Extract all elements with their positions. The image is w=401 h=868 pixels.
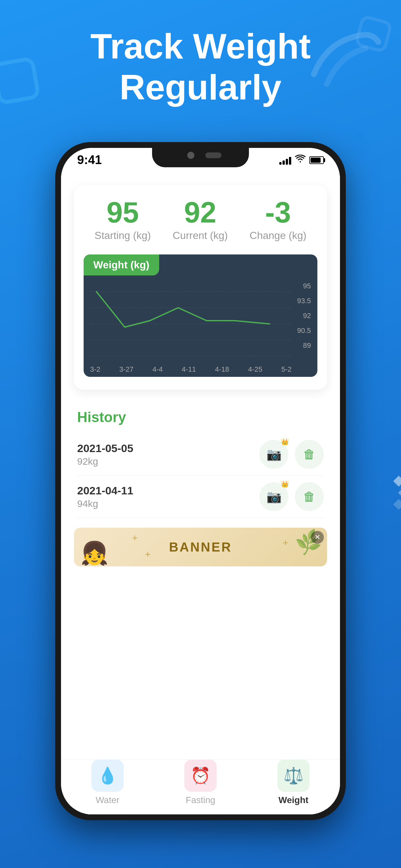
status-time: 9:41 — [77, 153, 102, 167]
camera-icon-2: 📷 — [266, 490, 281, 504]
tab-fasting[interactable]: ⏰ Fasting — [184, 760, 217, 805]
trash-icon-2: 🗑 — [303, 490, 315, 504]
history-item-1: 2021-05-05 92kg 👑 📷 🗑 — [77, 433, 324, 476]
fasting-tab-icon: ⏰ — [184, 760, 217, 792]
starting-label: Starting (kg) — [95, 229, 151, 242]
tab-fasting-label: Fasting — [186, 795, 215, 805]
photo-button-1[interactable]: 👑 📷 — [259, 440, 288, 469]
history-actions-2: 👑 📷 🗑 — [259, 482, 324, 511]
stats-row: 95 Starting (kg) 92 Current (kg) -3 Chan… — [84, 198, 317, 242]
weight-chart-svg — [90, 282, 291, 363]
history-date-1: 2021-05-05 — [77, 442, 133, 455]
tab-water[interactable]: 💧 Water — [91, 760, 124, 805]
current-value: 92 — [173, 198, 228, 227]
banner-text: BANNER — [169, 540, 232, 554]
signal-icon — [279, 156, 291, 165]
history-actions-1: 👑 📷 🗑 — [259, 440, 324, 469]
hero-title: Track Weight Regularly — [19, 26, 382, 107]
weight-tab-icon: ⚖️ — [277, 760, 310, 792]
phone-notch — [152, 148, 249, 167]
diamond-decoration — [395, 477, 401, 508]
stat-current: 92 Current (kg) — [173, 198, 228, 242]
tab-weight[interactable]: ⚖️ Weight — [277, 760, 310, 805]
tab-water-label: Water — [96, 795, 120, 805]
history-title: History — [77, 409, 324, 425]
battery-icon — [309, 156, 324, 164]
banner-close-button[interactable]: ✕ — [311, 531, 324, 544]
crown-icon-2: 👑 — [281, 480, 289, 488]
delete-button-1[interactable]: 🗑 — [295, 440, 324, 469]
stat-starting: 95 Starting (kg) — [95, 198, 151, 242]
current-label: Current (kg) — [173, 229, 228, 242]
wifi-icon — [295, 155, 305, 165]
water-icon: 💧 — [97, 766, 118, 785]
starting-value: 95 — [95, 198, 151, 227]
camera-icon-1: 📷 — [266, 447, 281, 461]
fasting-icon: ⏰ — [190, 766, 211, 785]
chart-header: Weight (kg) — [84, 254, 159, 275]
tab-bar: 💧 Water ⏰ Fasting ⚖️ Weigh — [61, 760, 340, 814]
chart-title: Weight (kg) — [93, 259, 150, 271]
delete-button-2[interactable]: 🗑 — [295, 482, 324, 511]
history-weight-1: 92kg — [77, 456, 133, 467]
stats-card: 95 Starting (kg) 92 Current (kg) -3 Chan… — [74, 185, 327, 390]
stat-change: -3 Change (kg) — [250, 198, 306, 242]
hero-section: Track Weight Regularly — [0, 26, 401, 107]
tab-weight-label: Weight — [279, 795, 309, 805]
weight-icon: ⚖️ — [283, 766, 304, 785]
chart-y-labels: 95 93.5 92 90.5 89 — [291, 282, 311, 350]
change-value: -3 — [250, 198, 306, 227]
history-weight-2: 94kg — [77, 498, 133, 509]
crown-icon-1: 👑 — [281, 438, 289, 445]
water-tab-icon: 💧 — [91, 760, 124, 792]
trash-icon-1: 🗑 — [303, 447, 315, 461]
chart-body: 95 93.5 92 90.5 89 3-2 3-27 4-4 — [84, 275, 317, 377]
photo-button-2[interactable]: 👑 📷 — [259, 482, 288, 511]
phone-mockup: 9:41 — [55, 142, 346, 820]
chart-x-labels: 3-2 3-27 4-4 4-11 4-18 4-25 5-2 — [90, 363, 291, 374]
history-date-2: 2021-04-11 — [77, 485, 133, 497]
history-item-2: 2021-04-11 94kg 👑 📷 🗑 — [77, 476, 324, 518]
history-section: History 2021-05-05 92kg 👑 📷 — [61, 399, 340, 528]
weight-chart-container: Weight (kg) — [84, 254, 317, 377]
phone-content: 95 Starting (kg) 92 Current (kg) -3 Chan… — [61, 172, 340, 814]
banner-character: 👧 — [81, 540, 109, 566]
change-label: Change (kg) — [250, 229, 306, 242]
status-icons — [279, 155, 324, 165]
banner: 👧 + + + BANNER 🌿 ✕ — [74, 528, 327, 566]
